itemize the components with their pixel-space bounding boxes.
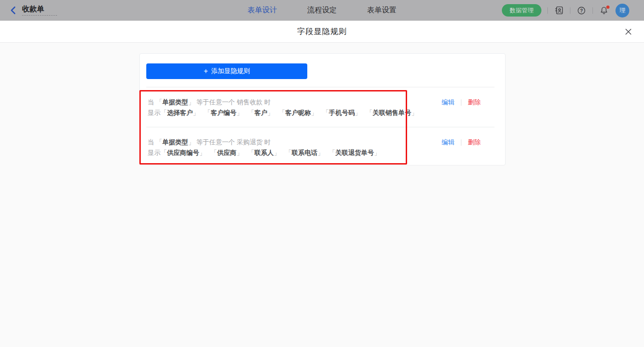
condition-value: 采购退货 — [237, 138, 263, 146]
bracket: 」 — [188, 98, 195, 106]
divider — [461, 99, 461, 106]
shown-fields-list: 「选择客户」「客户编号」「客户」「客户昵称」「手机号码」「关联销售单号」 — [161, 109, 423, 116]
shown-field: 「关联销售单号」 — [366, 109, 418, 116]
divider — [570, 7, 570, 14]
show-prefix: 显示 — [148, 109, 161, 116]
shown-field: 「客户昵称」 — [279, 109, 317, 116]
condition-field: 单据类型 — [162, 138, 188, 146]
rule-row: 当 「单据类型」 等于任意一个 销售收款 时 显示「选择客户」「客户编号」「客户… — [140, 87, 505, 127]
condition-operator: 等于任意一个 — [196, 98, 235, 106]
rule-show-line: 显示「选择客户」「客户编号」「客户」「客户昵称」「手机号码」「关联销售单号」 — [148, 108, 497, 118]
bracket: 「 — [156, 138, 162, 146]
topbar: 收款单 表单设计流程设定表单设置 数据管理 ? — [0, 0, 644, 21]
edit-link[interactable]: 编辑 — [442, 97, 454, 108]
rule-actions: 编辑 删除 — [442, 97, 481, 108]
when-suffix: 时 — [264, 98, 271, 106]
back-button[interactable] — [9, 6, 18, 16]
bracket: 「 — [156, 98, 162, 106]
data-manage-button[interactable]: 数据管理 — [502, 4, 541, 17]
rule-row: 当 「单据类型」 等于任意一个 采购退货 时 显示「供应商编号」「供应商」「联系… — [140, 127, 505, 166]
condition-field: 单据类型 — [162, 98, 188, 106]
shown-field: 「手机号码」 — [322, 109, 361, 116]
tab-form-design[interactable]: 表单设计 — [247, 6, 277, 15]
tab-workflow-settings[interactable]: 流程设定 — [307, 6, 337, 15]
shown-field: 「客户」 — [248, 109, 274, 116]
when-prefix: 当 — [148, 138, 154, 146]
shown-field: 「关联退货单号」 — [329, 149, 380, 156]
form-title-editable[interactable]: 收款单 — [22, 5, 57, 16]
add-rule-label: 添加显隐规则 — [211, 67, 250, 75]
condition-operator: 等于任意一个 — [196, 138, 235, 146]
topbar-tabs: 表单设计流程设定表单设置 — [247, 0, 397, 21]
add-rule-button[interactable]: + 添加显隐规则 — [146, 63, 307, 79]
delete-link[interactable]: 删除 — [468, 137, 481, 148]
shown-field: 「客户编号」 — [204, 109, 243, 116]
edit-link[interactable]: 编辑 — [442, 137, 454, 148]
shown-field: 「供应商」 — [211, 149, 243, 156]
show-prefix: 显示 — [148, 149, 161, 156]
condition-value: 销售收款 — [237, 98, 263, 106]
shown-fields-list: 「供应商编号」「供应商」「联系人」「联系电话」「关联退货单号」 — [161, 149, 385, 156]
modal-header: 字段显隐规则 — [0, 21, 644, 43]
close-icon — [625, 28, 632, 35]
plus-icon: + — [204, 68, 208, 75]
chevron-left-icon — [9, 6, 17, 15]
topbar-right: 数据管理 ? 理 — [502, 0, 629, 21]
divider — [461, 139, 461, 146]
form-title: 收款单 — [22, 5, 44, 13]
svg-text:?: ? — [580, 8, 583, 13]
close-button[interactable] — [624, 28, 632, 36]
help-icon[interactable]: ? — [576, 6, 586, 16]
when-prefix: 当 — [148, 98, 154, 106]
shown-field: 「联系电话」 — [285, 149, 324, 156]
when-suffix: 时 — [264, 138, 271, 146]
avatar[interactable]: 理 — [615, 4, 629, 17]
rule-actions: 编辑 删除 — [442, 137, 481, 148]
notifications-button[interactable] — [599, 6, 609, 16]
contacts-icon[interactable] — [554, 6, 564, 16]
delete-link[interactable]: 删除 — [468, 97, 481, 108]
divider — [547, 7, 548, 14]
tab-form-settings[interactable]: 表单设置 — [367, 6, 397, 15]
divider — [592, 7, 593, 14]
field-visibility-rules-panel: + 添加显隐规则 当 「单据类型」 等于任意一个 销售收款 时 显示「选择客户」… — [0, 43, 644, 347]
shown-field: 「供应商编号」 — [161, 149, 206, 156]
shown-field: 「选择客户」 — [161, 109, 199, 116]
modal-title: 字段显隐规则 — [297, 26, 347, 37]
rules-card: + 添加显隐规则 当 「单据类型」 等于任意一个 销售收款 时 显示「选择客户」… — [139, 53, 506, 165]
notification-dot — [606, 6, 610, 9]
shown-field: 「联系人」 — [248, 149, 280, 156]
bracket: 」 — [188, 138, 195, 146]
rule-show-line: 显示「供应商编号」「供应商」「联系人」「联系电话」「关联退货单号」 — [148, 148, 497, 158]
